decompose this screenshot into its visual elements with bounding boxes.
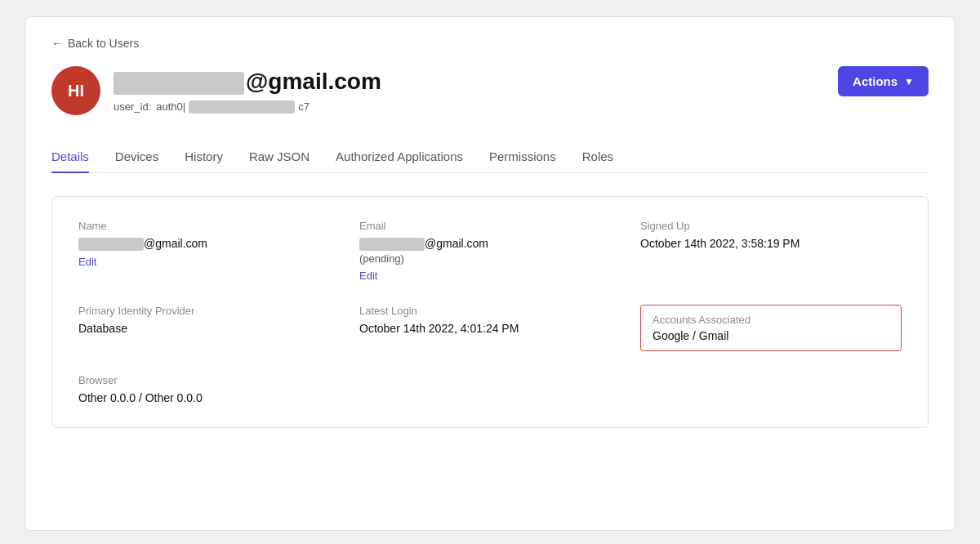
email-block: Email @gmail.com (pending) Edit [359, 220, 621, 282]
user-id-value: auth0|c7 [156, 100, 310, 114]
latest-login-block: Latest Login October 14th 2022, 4:01:24 … [359, 305, 621, 351]
browser-label: Browser [78, 374, 340, 386]
email-prefix-redacted [114, 72, 244, 95]
email-suffix: @gmail.com [425, 237, 488, 250]
primary-identity-provider-block: Primary Identity Provider Database [78, 305, 340, 351]
tab-roles[interactable]: Roles [582, 141, 613, 173]
user-email: @gmail.com [114, 68, 381, 96]
user-id-prefix: auth0| [156, 100, 185, 113]
name-value: @gmail.com [78, 237, 340, 251]
email-label: Email [359, 220, 621, 232]
email-value: @gmail.com [359, 237, 621, 251]
tab-details[interactable]: Details [51, 141, 89, 173]
tab-authorized-applications[interactable]: Authorized Applications [336, 141, 463, 173]
user-details: @gmail.com user_id: auth0|c7 [114, 68, 381, 114]
tab-permissions[interactable]: Permissions [489, 141, 556, 173]
actions-button-label: Actions [853, 74, 898, 88]
tab-history[interactable]: History [185, 141, 223, 173]
tab-devices[interactable]: Devices [115, 141, 158, 173]
avatar-initials: HI [68, 82, 84, 100]
latest-login-label: Latest Login [359, 305, 621, 317]
signed-up-value: October 14th 2022, 3:58:19 PM [640, 237, 902, 250]
arrow-left-icon: ← [51, 37, 63, 50]
user-id-suffix: c7 [298, 100, 310, 113]
page-container: ← Back to Users HI @gmail.com user_id: a… [24, 16, 956, 531]
signed-up-label: Signed Up [640, 220, 902, 232]
details-card: Name @gmail.com Edit Email @gmail.com (p… [51, 196, 929, 428]
accounts-associated-block: Accounts Associated Google / Gmail [640, 305, 902, 351]
details-grid: Name @gmail.com Edit Email @gmail.com (p… [78, 220, 902, 404]
actions-button[interactable]: Actions ▼ [838, 66, 929, 96]
tab-raw-json[interactable]: Raw JSON [249, 141, 310, 173]
user-id-row: user_id: auth0|c7 [114, 100, 381, 114]
browser-value: Other 0.0.0 / Other 0.0.0 [78, 391, 340, 404]
email-redacted [359, 238, 425, 251]
email-pending: (pending) [359, 252, 621, 265]
avatar: HI [51, 66, 100, 115]
name-edit-link[interactable]: Edit [78, 256, 340, 268]
primary-identity-provider-label: Primary Identity Provider [78, 305, 340, 317]
signed-up-block: Signed Up October 14th 2022, 3:58:19 PM [640, 220, 902, 282]
latest-login-value: October 14th 2022, 4:01:24 PM [359, 322, 621, 335]
accounts-associated-value: Google / Gmail [653, 329, 889, 342]
name-redacted [78, 238, 144, 251]
user-id-label: user_id: [114, 100, 151, 113]
name-block: Name @gmail.com Edit [78, 220, 340, 282]
primary-identity-provider-value: Database [78, 322, 340, 335]
name-suffix: @gmail.com [144, 237, 207, 250]
name-label: Name [78, 220, 340, 232]
chevron-down-icon: ▼ [904, 76, 914, 87]
tabs-row: Details Devices History Raw JSON Authori… [51, 141, 929, 173]
email-edit-link[interactable]: Edit [359, 270, 621, 282]
accounts-associated-label: Accounts Associated [653, 314, 889, 326]
back-to-users-link[interactable]: ← Back to Users [51, 37, 929, 50]
header-row: HI @gmail.com user_id: auth0|c7 Actions … [51, 66, 929, 115]
back-link-label: Back to Users [68, 37, 139, 50]
accounts-associated-box: Accounts Associated Google / Gmail [640, 305, 902, 351]
user-info: HI @gmail.com user_id: auth0|c7 [51, 66, 381, 115]
email-suffix: @gmail.com [246, 69, 381, 94]
user-id-redacted [189, 100, 295, 114]
browser-block: Browser Other 0.0.0 / Other 0.0.0 [78, 374, 340, 404]
